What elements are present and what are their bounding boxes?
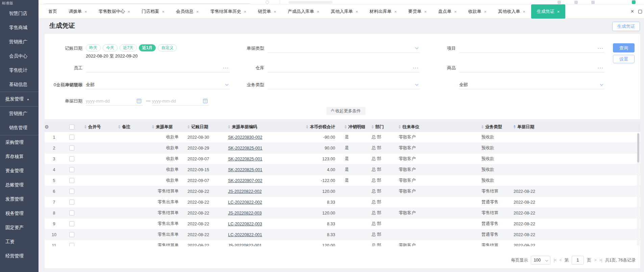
sort-icon[interactable] bbox=[152, 125, 154, 129]
table-row[interactable]: 4收款单2022-09-15SK-20220825-0014.00是总 部零散客… bbox=[45, 164, 640, 175]
tab-7[interactable]: 销货单× bbox=[252, 4, 282, 19]
tab-2[interactable]: 调拨单× bbox=[63, 4, 93, 19]
sidebar-item-18[interactable]: 经营管理 bbox=[0, 249, 39, 263]
source-code-link[interactable]: JS-20220822-003 bbox=[228, 211, 262, 216]
tab-close-icon[interactable]: × bbox=[394, 9, 397, 14]
tab-13[interactable]: 收款单× bbox=[463, 4, 493, 19]
source-code-link[interactable]: LC-20220822-002 bbox=[228, 200, 262, 205]
sidebar-item-6[interactable]: 基础信息 bbox=[0, 77, 39, 92]
date-range-pill[interactable]: 近1月 bbox=[139, 44, 156, 51]
sidebar-item-10[interactable]: 采购管理 bbox=[0, 135, 39, 150]
sidebar-item-3[interactable]: 营销推广 bbox=[0, 35, 39, 49]
column-header-source_type[interactable]: 来源单据 bbox=[147, 124, 183, 130]
table-row[interactable]: 1收款单2022-08-30SK-20220830-002-90.00是总 部零… bbox=[45, 132, 640, 143]
project-lookup[interactable]: ··· bbox=[459, 44, 604, 53]
fullscreen-icon[interactable] bbox=[638, 10, 642, 14]
column-header-writeoff_detail[interactable]: 冲销明细 bbox=[340, 124, 367, 130]
sidebar-item-16[interactable]: 固定资产 bbox=[0, 221, 39, 235]
column-header-merge_no[interactable]: 合并号 bbox=[80, 124, 114, 130]
row-checkbox[interactable] bbox=[69, 189, 74, 194]
row-checkbox[interactable] bbox=[69, 200, 74, 205]
column-header-source_code[interactable]: 来源单据编码 bbox=[223, 124, 286, 130]
table-row[interactable]: 6零售结算单2022-08-22JS-20220822-002120.00总 部… bbox=[45, 186, 640, 197]
biz-type-select[interactable] bbox=[268, 81, 420, 89]
tab-close-icon[interactable]: × bbox=[557, 9, 560, 14]
table-row[interactable]: 8零售结算单2022-08-22JS-20220822-003120.00总 部… bbox=[45, 208, 640, 219]
source-code-link[interactable]: SK-20220825-001 bbox=[228, 146, 262, 151]
top-icon-1[interactable] bbox=[558, 1, 561, 4]
date-range-pill[interactable]: 今天 bbox=[103, 44, 118, 51]
generate-voucher-button[interactable]: 生成凭证 bbox=[612, 22, 640, 31]
sort-icon[interactable] bbox=[228, 125, 230, 129]
sidebar-item-8[interactable]: 营销推广 bbox=[0, 107, 39, 121]
column-header-partner[interactable]: 往来单位 bbox=[394, 124, 477, 130]
table-row[interactable]: 10零售出库单2022-08-22LC-20220822-0018.33总 部普… bbox=[45, 229, 640, 240]
tab-6[interactable]: 零售结算单历史× bbox=[204, 4, 252, 19]
row-checkbox[interactable] bbox=[69, 167, 74, 172]
table-row[interactable]: 9零售出库单2022-08-22LC-20220822-0038.33总 部普通… bbox=[45, 219, 640, 229]
doc-type-select[interactable] bbox=[268, 44, 420, 53]
avatar[interactable] bbox=[632, 0, 636, 4]
sort-icon[interactable] bbox=[118, 125, 120, 129]
next-page-icon[interactable]: > bbox=[594, 258, 596, 263]
tab-close-icon[interactable]: × bbox=[454, 9, 457, 14]
top-search-underline[interactable] bbox=[44, 3, 250, 4]
tab-close-icon[interactable]: × bbox=[355, 9, 358, 14]
page-size-select[interactable]: 100 bbox=[531, 256, 550, 265]
employee-lookup[interactable]: ··· bbox=[86, 64, 230, 72]
tab-15[interactable]: 生成凭证× bbox=[531, 4, 566, 19]
column-header-biz_type[interactable]: 业务类型 bbox=[477, 124, 509, 130]
table-row[interactable]: 7零售出库单2022-08-22LC-20220822-0028.33总 部普通… bbox=[45, 197, 640, 208]
top-add-icon[interactable] bbox=[266, 1, 269, 4]
table-row[interactable]: 11零售结算单2022-08-22JS-20220822-001120.00总 … bbox=[45, 240, 640, 246]
sort-icon[interactable] bbox=[306, 125, 308, 129]
tab-14[interactable]: 其他收入单× bbox=[492, 4, 531, 19]
sidebar-item-5[interactable]: 零售统计 bbox=[0, 63, 39, 77]
date-range-pill[interactable]: 昨天 bbox=[86, 44, 101, 51]
last-page-icon[interactable]: >| bbox=[599, 258, 602, 263]
sidebar-item-11[interactable]: 库存核算 bbox=[0, 150, 39, 164]
source-code-link[interactable]: JS-20220822-001 bbox=[228, 243, 262, 247]
tab-close-icon[interactable]: × bbox=[317, 9, 320, 14]
row-checkbox[interactable] bbox=[69, 221, 74, 226]
row-checkbox[interactable] bbox=[69, 243, 74, 246]
date-range-pill[interactable]: 近7天 bbox=[120, 44, 137, 51]
doc-date-end-input[interactable]: yyyy-mm-dd bbox=[152, 97, 209, 106]
row-checkbox[interactable] bbox=[69, 210, 74, 216]
table-row[interactable]: 2收款单2022-08-29SK-20220825-00190.00是总 部零散… bbox=[45, 143, 640, 154]
sidebar-item-1[interactable]: 智慧门店 bbox=[0, 6, 39, 21]
row-checkbox[interactable] bbox=[69, 145, 74, 151]
sidebar-item-17[interactable]: 工资 bbox=[0, 235, 39, 249]
source-code-link[interactable]: SK-20220825-001 bbox=[228, 167, 262, 172]
tab-8[interactable]: 产成品入库单× bbox=[282, 4, 325, 19]
collapse-filters-button[interactable]: 收起更多条件 bbox=[326, 107, 366, 115]
tab-close-icon[interactable]: × bbox=[274, 9, 276, 14]
tab-close-icon[interactable]: × bbox=[484, 9, 487, 14]
doc-date-start-input[interactable]: yyyy-mm-dd bbox=[86, 97, 143, 106]
sidebar-item-9[interactable]: 销售管理 bbox=[0, 121, 39, 135]
page-input[interactable]: 1 bbox=[572, 256, 584, 265]
source-code-link[interactable]: JS-20220822-002 bbox=[228, 189, 262, 194]
prev-page-icon[interactable]: < bbox=[560, 258, 562, 263]
sidebar-item-12[interactable]: 资金管理 bbox=[0, 164, 39, 178]
tab-close-icon[interactable]: × bbox=[196, 9, 199, 14]
sort-icon[interactable] bbox=[399, 125, 401, 129]
sidebar-item-7[interactable]: 批发管理▲ bbox=[0, 92, 39, 106]
calendar-icon[interactable] bbox=[203, 99, 207, 103]
sidebar-item-14[interactable]: 发票管理 bbox=[0, 192, 39, 206]
scrollbar-thumb[interactable] bbox=[637, 133, 639, 162]
tab-close-icon[interactable]: × bbox=[128, 9, 130, 14]
row-checkbox[interactable] bbox=[69, 156, 74, 161]
tab-close-icon[interactable]: × bbox=[424, 9, 427, 14]
source-code-link[interactable]: SK-20220825-001 bbox=[228, 157, 262, 161]
source-code-link[interactable]: LC-20220822-003 bbox=[228, 222, 262, 226]
column-header-remark[interactable]: 备注 bbox=[114, 124, 147, 130]
ellipsis-icon[interactable]: ··· bbox=[598, 44, 604, 53]
sort-icon[interactable] bbox=[372, 125, 374, 129]
top-menu-fragment[interactable] bbox=[289, 1, 332, 4]
table-row[interactable]: 3收款单2022-09-07SK-20220825-001123.00是总 部零… bbox=[45, 154, 640, 164]
date-range-pill[interactable]: 自定义 bbox=[158, 44, 177, 51]
tab-close-icon[interactable]: × bbox=[244, 9, 246, 14]
top-icon-2[interactable] bbox=[574, 1, 578, 4]
tab-5[interactable]: 会员信息× bbox=[170, 4, 205, 19]
